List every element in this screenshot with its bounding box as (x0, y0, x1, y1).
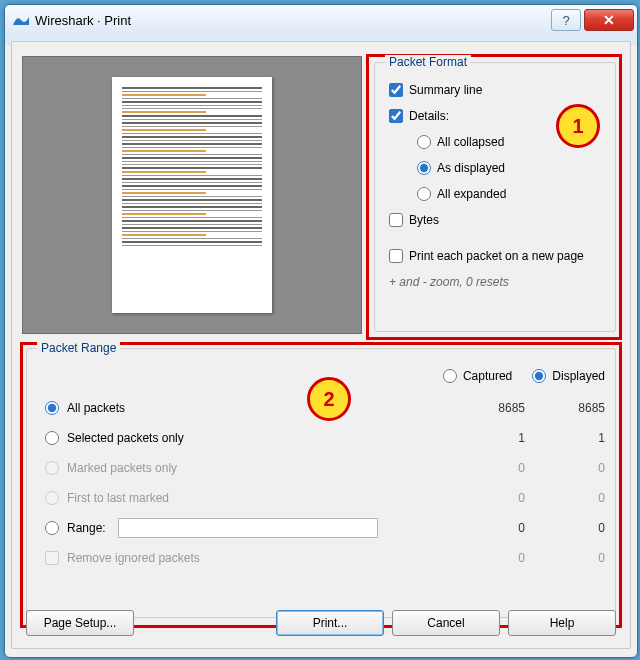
cancel-button[interactable]: Cancel (392, 610, 500, 636)
displayed-radio[interactable] (532, 369, 546, 383)
range-label: Range: (67, 521, 106, 535)
summary-line-label: Summary line (409, 83, 482, 97)
zoom-hint: + and - zoom, 0 resets (389, 275, 605, 289)
range-input[interactable] (118, 518, 378, 538)
wireshark-icon (13, 12, 29, 28)
as-displayed-radio[interactable] (417, 161, 431, 175)
close-icon: ✕ (603, 13, 615, 27)
all-expanded-radio[interactable] (417, 187, 431, 201)
displayed-label: Displayed (552, 369, 605, 383)
all-packets-radio[interactable] (45, 401, 59, 415)
print-button[interactable]: Print... (276, 610, 384, 636)
marked-only-label: Marked packets only (67, 461, 177, 475)
first-to-last-radio (45, 491, 59, 505)
each-new-page-label: Print each packet on a new page (409, 249, 584, 263)
marked-only-radio (45, 461, 59, 475)
bytes-label: Bytes (409, 213, 439, 227)
bytes-checkbox[interactable] (389, 213, 403, 227)
remove-ignored-checkbox (45, 551, 59, 565)
packet-range-legend: Packet Range (37, 341, 120, 355)
marked-only-displayed: 0 (525, 461, 605, 475)
remove-ignored-captured: 0 (445, 551, 525, 565)
all-collapsed-radio[interactable] (417, 135, 431, 149)
remove-ignored-label: Remove ignored packets (67, 551, 200, 565)
all-expanded-label: All expanded (437, 187, 506, 201)
annotation-callout-2: 2 (307, 377, 351, 421)
preview-page (112, 77, 272, 313)
all-collapsed-label: All collapsed (437, 135, 504, 149)
marked-only-captured: 0 (445, 461, 525, 475)
each-new-page-checkbox[interactable] (389, 249, 403, 263)
all-packets-displayed: 8685 (525, 401, 605, 415)
page-setup-button[interactable]: Page Setup... (26, 610, 134, 636)
first-to-last-label: First to last marked (67, 491, 169, 505)
packet-format-group: Packet Format Summary line Details: All … (374, 62, 616, 332)
details-label: Details: (409, 109, 449, 123)
selected-only-radio[interactable] (45, 431, 59, 445)
range-captured: 0 (445, 521, 525, 535)
first-to-last-displayed: 0 (525, 491, 605, 505)
window-title: Wireshark · Print (35, 13, 131, 28)
selected-only-displayed: 1 (525, 431, 605, 445)
range-radio[interactable] (45, 521, 59, 535)
packet-format-legend: Packet Format (385, 55, 471, 69)
titlebar-close-button[interactable]: ✕ (584, 9, 634, 31)
help-icon: ? (562, 13, 569, 28)
print-dialog: Wireshark · Print ? ✕ 1 (4, 4, 638, 658)
all-packets-captured: 8685 (445, 401, 525, 415)
captured-radio[interactable] (443, 369, 457, 383)
selected-only-captured: 1 (445, 431, 525, 445)
first-to-last-captured: 0 (445, 491, 525, 505)
selected-only-label: Selected packets only (67, 431, 184, 445)
remove-ignored-displayed: 0 (525, 551, 605, 565)
all-packets-label: All packets (67, 401, 125, 415)
button-bar: Page Setup... Print... Cancel Help (26, 610, 616, 636)
help-button[interactable]: Help (508, 610, 616, 636)
print-preview[interactable] (22, 56, 362, 334)
titlebar: Wireshark · Print ? ✕ (5, 5, 637, 35)
annotation-callout-1: 1 (556, 104, 600, 148)
as-displayed-label: As displayed (437, 161, 505, 175)
range-displayed: 0 (525, 521, 605, 535)
details-checkbox[interactable] (389, 109, 403, 123)
dialog-body: 1 Packet Format Summary line Details: Al… (11, 41, 631, 649)
titlebar-help-button[interactable]: ? (551, 9, 581, 31)
summary-line-checkbox[interactable] (389, 83, 403, 97)
captured-label: Captured (463, 369, 512, 383)
